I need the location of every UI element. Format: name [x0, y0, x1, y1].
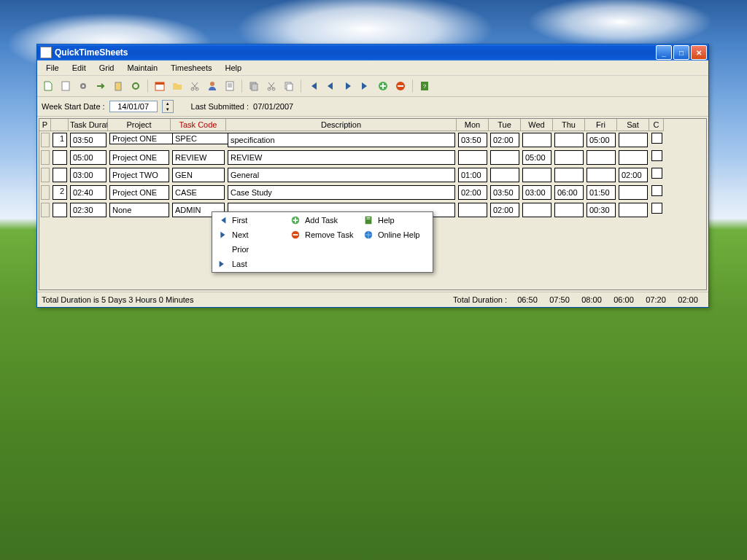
cell-input[interactable]: [522, 203, 551, 217]
priority-cell[interactable]: [53, 203, 67, 217]
table-row[interactable]: [39, 149, 706, 166]
copydoc-icon[interactable]: [246, 78, 262, 94]
cell-input[interactable]: [458, 150, 487, 165]
cell-input[interactable]: [490, 185, 519, 200]
prev-icon[interactable]: [322, 78, 338, 94]
cell-input[interactable]: [458, 168, 487, 182]
close-button[interactable]: ✕: [691, 45, 707, 60]
cell-input[interactable]: [172, 168, 225, 182]
cut-icon[interactable]: [263, 78, 279, 94]
complete-checkbox[interactable]: [651, 203, 662, 214]
maximize-button[interactable]: □: [673, 45, 689, 60]
cell-input[interactable]: [554, 133, 584, 147]
col-priority[interactable]: [51, 119, 69, 131]
cell-input[interactable]: [109, 185, 169, 200]
cell-input[interactable]: [228, 185, 455, 200]
row-marker[interactable]: [39, 166, 51, 184]
cell-input[interactable]: [228, 168, 455, 182]
cell-input[interactable]: [587, 133, 616, 147]
menu-item-last[interactable]: Last: [213, 257, 286, 271]
table-row[interactable]: [39, 166, 706, 184]
page-icon[interactable]: [222, 78, 238, 94]
priority-cell[interactable]: 1: [53, 133, 67, 147]
cell-input[interactable]: [554, 150, 584, 165]
doc-icon[interactable]: [58, 78, 74, 94]
row-marker[interactable]: [39, 149, 51, 166]
help-icon[interactable]: ?: [417, 78, 433, 94]
table-row[interactable]: 1▼▼: [39, 131, 706, 149]
copy-icon[interactable]: [281, 78, 297, 94]
col-p[interactable]: P: [39, 119, 51, 131]
col-c[interactable]: C: [649, 119, 664, 131]
priority-cell[interactable]: [53, 150, 67, 165]
cell-input[interactable]: [458, 203, 487, 217]
cell-input[interactable]: [587, 168, 616, 182]
table-row[interactable]: 2: [39, 184, 706, 201]
arrow-icon[interactable]: [93, 78, 109, 94]
next-icon[interactable]: [340, 78, 356, 94]
cell-input[interactable]: [109, 150, 169, 165]
cell-input[interactable]: [554, 168, 584, 182]
cell-input[interactable]: [70, 185, 107, 200]
complete-checkbox[interactable]: [651, 185, 662, 196]
menu-item-first[interactable]: First: [213, 213, 286, 228]
cell-input[interactable]: [619, 150, 648, 165]
cell-input[interactable]: [619, 168, 648, 182]
menu-maintain[interactable]: Maintain: [121, 62, 163, 74]
col-fri[interactable]: Fri: [585, 119, 617, 131]
cell-input[interactable]: [490, 150, 519, 165]
cell-input[interactable]: [172, 185, 225, 200]
menu-item-help[interactable]: Help: [359, 213, 432, 228]
cell-input[interactable]: [619, 203, 648, 217]
cell-input[interactable]: [70, 203, 107, 217]
titlebar[interactable]: QuickTimeSheets _ □ ✕: [37, 44, 708, 61]
col-thu[interactable]: Thu: [553, 119, 585, 131]
cell-input[interactable]: [458, 133, 487, 147]
calendar-icon[interactable]: [152, 78, 168, 94]
first-icon[interactable]: [305, 78, 321, 94]
user-icon[interactable]: [204, 78, 220, 94]
cell-input[interactable]: [619, 185, 648, 200]
context-menu[interactable]: FirstNextPriorLastAdd TaskRemove TaskHel…: [212, 211, 433, 273]
week-start-input[interactable]: [109, 101, 158, 112]
cell-input[interactable]: [70, 133, 107, 147]
complete-checkbox[interactable]: [651, 133, 662, 144]
menu-item-prior[interactable]: Prior: [213, 242, 286, 257]
col-description[interactable]: Description: [226, 119, 457, 131]
complete-checkbox[interactable]: [651, 150, 662, 161]
cell-input[interactable]: [522, 185, 551, 200]
row-marker[interactable]: [39, 131, 51, 149]
cell-input[interactable]: [587, 203, 616, 217]
cell-input[interactable]: [554, 185, 584, 200]
menu-item-add-task[interactable]: Add Task: [286, 213, 359, 228]
cell-input[interactable]: [522, 168, 551, 182]
complete-checkbox[interactable]: [651, 168, 662, 179]
menu-item-next[interactable]: Next: [213, 228, 286, 242]
last-icon[interactable]: [357, 78, 374, 94]
row-marker[interactable]: [39, 201, 51, 219]
cell-input[interactable]: [109, 203, 169, 217]
priority-cell[interactable]: [53, 168, 67, 182]
menu-file[interactable]: File: [40, 62, 65, 74]
col-project[interactable]: Project: [108, 119, 171, 131]
cell-input[interactable]: [70, 168, 107, 182]
cell-input[interactable]: [228, 150, 455, 165]
cell-input[interactable]: [109, 168, 169, 182]
cell-input[interactable]: [587, 150, 616, 165]
menu-grid[interactable]: Grid: [93, 62, 120, 74]
cell-input[interactable]: [228, 133, 455, 147]
refresh-icon[interactable]: [128, 78, 144, 94]
clipboard-icon[interactable]: [110, 78, 126, 94]
menu-item-online-help[interactable]: Online Help: [359, 228, 432, 242]
minimize-button[interactable]: _: [656, 45, 672, 60]
cell-input[interactable]: [70, 150, 107, 165]
col-mon[interactable]: Mon: [457, 119, 489, 131]
cell-input[interactable]: [172, 150, 225, 165]
folder-icon[interactable]: [169, 78, 185, 94]
cell-input[interactable]: [619, 133, 648, 147]
cell-input[interactable]: [490, 133, 519, 147]
cut2-icon[interactable]: [187, 78, 203, 94]
cell-input[interactable]: [490, 203, 519, 217]
cell-input[interactable]: [554, 203, 584, 217]
menu-timesheets[interactable]: Timesheets: [165, 62, 217, 74]
